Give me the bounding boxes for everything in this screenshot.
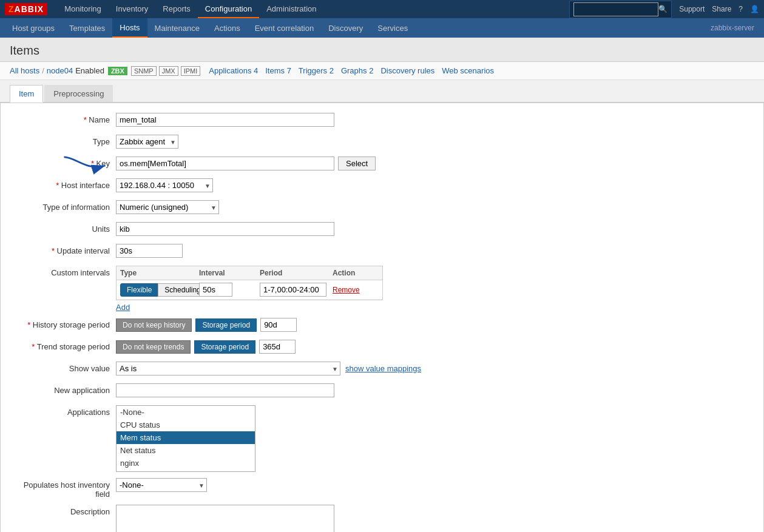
- breadcrumb-host[interactable]: node04: [47, 66, 73, 75]
- interval-value-input[interactable]: [199, 283, 232, 297]
- key-label: Key: [13, 157, 116, 168]
- show-value-mappings-link[interactable]: show value mappings: [345, 364, 421, 373]
- breadcrumb-allhosts[interactable]: All hosts: [10, 66, 39, 75]
- subnav-actions[interactable]: Actions: [207, 18, 248, 38]
- type-select[interactable]: Zabbix agent: [116, 135, 178, 149]
- new-application-input[interactable]: [116, 383, 334, 397]
- custom-intervals-container: Type Interval Period Action Flexible Sch…: [116, 266, 480, 312]
- nav-inventory[interactable]: Inventory: [109, 1, 155, 18]
- protocol-snmp[interactable]: SNMP: [131, 66, 157, 76]
- key-input-wrapper: [116, 157, 334, 170]
- list-item[interactable]: Mem status: [117, 431, 255, 444]
- description-textarea[interactable]: [116, 505, 334, 532]
- protocol-jmx[interactable]: JMX: [159, 66, 178, 76]
- top-nav-items: Monitoring Inventory Reports Configurati…: [57, 1, 323, 18]
- tab-web-scenarios[interactable]: Web scenarios: [438, 66, 498, 76]
- breadcrumb-tabs: Applications 4 Items 7 Triggers 2 Graphs…: [205, 66, 498, 76]
- share-link[interactable]: Share: [712, 5, 731, 13]
- remove-interval-link[interactable]: Remove: [333, 286, 360, 294]
- list-item[interactable]: Net status: [117, 444, 255, 457]
- history-storage-period-btn[interactable]: Storage period: [195, 318, 257, 332]
- intervals-col-interval: Interval: [199, 269, 260, 277]
- page-title: Items: [10, 44, 754, 58]
- logo[interactable]: ZABBIX: [5, 3, 47, 15]
- name-row: Name: [13, 113, 751, 129]
- no-keep-trend-btn[interactable]: Do not keep trends: [116, 340, 191, 354]
- tab-triggers[interactable]: Triggers 2: [295, 66, 337, 76]
- key-input[interactable]: [116, 157, 334, 170]
- intervals-table: Type Interval Period Action Flexible Sch…: [116, 266, 383, 300]
- type-info-select[interactable]: Numeric (unsigned): [116, 200, 219, 214]
- update-interval-container: [116, 244, 480, 258]
- host-interface-select[interactable]: 192.168.0.44 : 10050: [116, 178, 213, 192]
- server-label: zabbix-server: [711, 24, 759, 32]
- units-input[interactable]: [116, 222, 334, 236]
- units-label: Units: [13, 222, 116, 234]
- subnav-services[interactable]: Services: [370, 18, 415, 38]
- tab-graphs[interactable]: Graphs 2: [337, 66, 377, 76]
- subnav-hosts[interactable]: Hosts: [112, 18, 147, 38]
- units-row: Units: [13, 222, 751, 238]
- no-keep-history-btn[interactable]: Do not keep history: [116, 318, 192, 332]
- form-tab-item[interactable]: Item: [10, 85, 43, 103]
- update-interval-input[interactable]: [116, 244, 183, 258]
- subnav-hostgroups[interactable]: Host groups: [5, 18, 62, 38]
- select-key-button[interactable]: Select: [338, 157, 376, 170]
- nav-administration[interactable]: Administration: [259, 1, 323, 18]
- update-interval-label: Update interval: [13, 244, 116, 255]
- list-item[interactable]: nginx: [117, 457, 255, 470]
- host-interface-label: Host interface: [13, 178, 116, 190]
- host-badge-zbx: ZBX: [108, 67, 127, 75]
- user-icon[interactable]: 👤: [750, 5, 759, 13]
- search-icon[interactable]: 🔍: [658, 5, 668, 13]
- type-info-select-wrapper: Numeric (unsigned) ▼: [116, 200, 219, 214]
- interval-type-col: Flexible Scheduling: [120, 283, 199, 297]
- protocol-ipmi[interactable]: IPMI: [181, 66, 201, 76]
- nav-monitoring[interactable]: Monitoring: [57, 1, 109, 18]
- list-item[interactable]: CPU status: [117, 419, 255, 431]
- host-interface-select-wrapper: 192.168.0.44 : 10050 ▼: [116, 178, 213, 192]
- sub-navigation: Host groups Templates Hosts Maintenance …: [0, 18, 764, 38]
- tab-discovery-rules[interactable]: Discovery rules: [377, 66, 438, 76]
- type-label: Type: [13, 135, 116, 146]
- show-value-inner: As is ▼ show value mappings: [116, 362, 480, 375]
- form-tab-preprocessing[interactable]: Preprocessing: [44, 85, 113, 102]
- type-info-row: Type of information Numeric (unsigned) ▼: [13, 200, 751, 216]
- top-navigation: ZABBIX Monitoring Inventory Reports Conf…: [0, 0, 764, 18]
- search-input[interactable]: [573, 2, 658, 16]
- top-nav-right: 🔍 Support Share ? 👤: [569, 1, 759, 18]
- history-label: History storage period: [13, 318, 116, 329]
- show-value-container: As is ▼ show value mappings: [116, 362, 480, 375]
- subnav-discovery[interactable]: Discovery: [321, 18, 370, 38]
- period-col: [260, 283, 333, 297]
- applications-list: -None- CPU status Mem status Net status …: [116, 405, 255, 472]
- key-field-container: Select: [116, 157, 480, 170]
- trend-value-input[interactable]: [259, 340, 296, 354]
- tab-items[interactable]: Items 7: [262, 66, 295, 76]
- subnav-templates[interactable]: Templates: [62, 18, 112, 38]
- intervals-col-action: Action: [333, 269, 379, 277]
- subnav-eventcorrelation[interactable]: Event correlation: [248, 18, 322, 38]
- flexible-btn[interactable]: Flexible: [120, 283, 158, 297]
- name-input[interactable]: [116, 113, 334, 127]
- trend-label: Trend storage period: [13, 340, 116, 351]
- history-value-input[interactable]: [260, 318, 297, 332]
- table-row: Flexible Scheduling Remove: [117, 280, 382, 300]
- support-link[interactable]: Support: [679, 5, 705, 13]
- period-input[interactable]: [260, 283, 326, 297]
- nav-configuration[interactable]: Configuration: [198, 1, 259, 18]
- nav-reports[interactable]: Reports: [155, 1, 198, 18]
- add-interval-link[interactable]: Add: [116, 303, 130, 312]
- tab-applications[interactable]: Applications 4: [205, 66, 262, 76]
- show-value-select[interactable]: As is: [116, 362, 340, 375]
- host-interface-row: Host interface 192.168.0.44 : 10050 ▼: [13, 178, 751, 194]
- list-item[interactable]: -None-: [117, 406, 255, 419]
- subnav-maintenance[interactable]: Maintenance: [147, 18, 207, 38]
- inventory-row: Populates host inventory field -None- ▼: [13, 478, 751, 499]
- search-box: 🔍: [569, 1, 672, 18]
- trend-storage-period-btn[interactable]: Storage period: [194, 340, 255, 354]
- help-icon[interactable]: ?: [739, 5, 743, 13]
- trend-container: Do not keep trends Storage period: [116, 340, 480, 354]
- new-application-container: [116, 383, 480, 397]
- inventory-select[interactable]: -None-: [116, 478, 207, 492]
